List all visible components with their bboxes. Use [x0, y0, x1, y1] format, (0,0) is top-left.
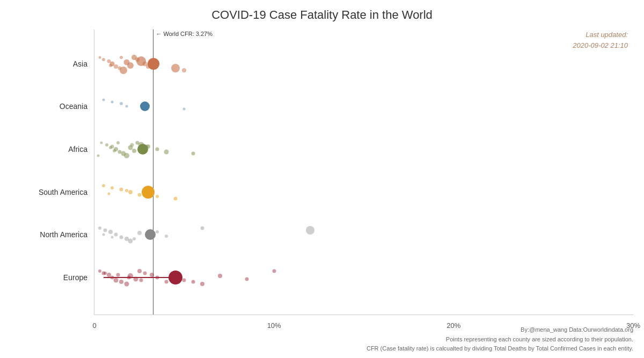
bubble-2-14	[192, 152, 195, 156]
bubble-0-6	[120, 67, 127, 74]
bubble-5-0	[98, 269, 101, 273]
bubble-5-4	[114, 277, 119, 282]
bubble-2-18	[116, 141, 120, 144]
bubble-3-2	[120, 187, 123, 191]
world-cfr-label: ← World CFR: 3.27%	[156, 31, 213, 37]
bubble-5-19	[104, 272, 107, 275]
bubble-3-5	[156, 195, 159, 198]
bubble-3-6	[173, 196, 177, 200]
bubble-5-20	[116, 273, 120, 276]
bubble-5-10	[143, 271, 147, 275]
bubble-5-17	[245, 277, 249, 281]
bubble-0-15	[182, 68, 186, 72]
bubble-0-18	[120, 56, 123, 59]
region-label-north-america: North America	[3, 230, 92, 239]
bubble-1-0	[102, 99, 105, 101]
mean-dot-2	[137, 144, 148, 155]
region-label-africa: Africa	[3, 145, 92, 154]
bubble-5-11	[150, 273, 154, 277]
bubble-3-0	[102, 184, 105, 187]
bubble-0-0	[99, 56, 101, 59]
bubble-4-12	[102, 233, 105, 236]
region-label-south-america: South America	[3, 188, 92, 196]
bubble-5-23	[164, 280, 168, 283]
mean-dot-4	[145, 229, 156, 240]
bubble-2-16	[109, 146, 112, 149]
bubble-2-19	[130, 143, 134, 147]
bubble-0-1	[102, 58, 105, 61]
bubble-4-0	[98, 227, 101, 230]
bubble-2-0	[100, 142, 103, 144]
bubble-1-4	[183, 108, 186, 111]
bubble-4-4	[120, 236, 123, 239]
x-tick: 10%	[267, 322, 281, 330]
bubble-2-8	[132, 149, 136, 153]
bubble-4-14	[133, 237, 136, 240]
bubble-5-14	[192, 280, 195, 283]
bubble-2-12	[156, 148, 159, 151]
chart-container: COVID-19 Case Fatality Rate in the World…	[0, 0, 644, 358]
footnote-line: CFR (Case fatality rate) is calcualted b…	[367, 345, 633, 352]
bubble-4-3	[114, 233, 118, 237]
bubble-3-4	[137, 193, 141, 196]
bubble-5-22	[140, 278, 143, 282]
footnote-line: Points representing each county are size…	[446, 336, 633, 342]
bubble-5-6	[125, 281, 129, 286]
bubble-1-3	[126, 105, 128, 108]
mean-dot-1	[140, 101, 150, 111]
bubble-4-1	[104, 229, 107, 232]
footnote: By:@mena_wang Data:Ourworldindata.orgPoi…	[367, 325, 633, 354]
bubble-5-15	[200, 282, 204, 286]
region-label-oceania: Oceania	[3, 102, 92, 111]
bubble-2-17	[113, 149, 116, 152]
bubble-4-2	[108, 230, 113, 234]
bubble-0-17	[109, 64, 112, 67]
bubble-2-1	[105, 143, 108, 147]
bubble-5-13	[182, 278, 186, 282]
bubble-3-3	[128, 190, 133, 194]
region-label-asia: Asia	[3, 60, 92, 68]
bubble-0-8	[127, 62, 134, 69]
chart-title: COVID-19 Case Fatality Rate in the World	[11, 8, 633, 22]
bubble-5-18	[272, 269, 276, 273]
bubble-0-14	[171, 64, 180, 72]
bubble-1-1	[111, 101, 114, 104]
bubble-4-7	[137, 231, 142, 235]
bubble-2-6	[124, 153, 129, 158]
x-tick: 0	[92, 322, 96, 330]
bubble-5-5	[119, 280, 123, 284]
mean-dot-0	[148, 58, 159, 70]
bubble-4-8	[165, 235, 168, 238]
bubble-2-15	[97, 155, 99, 157]
bubble-3-1	[111, 186, 114, 189]
mean-dot-3	[142, 186, 155, 199]
bubble-3-8	[107, 192, 110, 195]
bubble-2-13	[164, 150, 169, 155]
bubble-5-9	[137, 269, 142, 273]
bubble-4-10	[306, 226, 314, 235]
bubble-1-2	[120, 102, 123, 105]
bubble-5-16	[218, 274, 222, 278]
bubble-4-11	[156, 230, 159, 233]
bubble-4-9	[200, 227, 204, 230]
world-cfr-line	[153, 30, 153, 315]
plot-area: ← World CFR: 3.27%010%20%30%AsiaOceaniaA…	[94, 30, 633, 315]
footnote-line: By:@mena_wang Data:Ourworldindata.org	[521, 326, 633, 333]
mean-dot-5	[169, 271, 182, 284]
bubble-3-7	[125, 189, 128, 192]
bubble-4-13	[111, 236, 114, 239]
region-label-europe: Europe	[3, 273, 92, 282]
connector-5	[104, 277, 175, 278]
